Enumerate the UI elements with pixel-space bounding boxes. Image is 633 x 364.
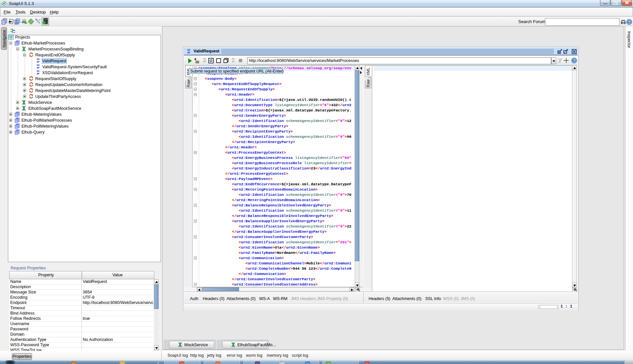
svg-text:?: ? bbox=[628, 20, 630, 24]
svg-text:?: ? bbox=[573, 59, 575, 63]
